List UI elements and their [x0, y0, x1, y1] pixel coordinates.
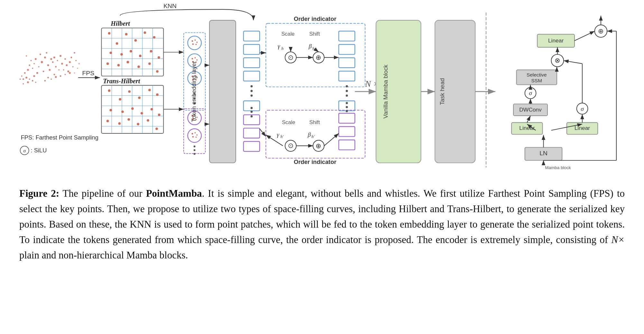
- svg-point-15: [60, 55, 61, 57]
- svg-point-109: [151, 108, 153, 111]
- svg-point-111: [106, 120, 109, 122]
- svg-point-114: [137, 123, 139, 125]
- order-indicator-top-label: Order indicator: [294, 15, 336, 22]
- diagram-area: FPS KNN: [0, 0, 644, 180]
- svg-point-107: [131, 107, 134, 110]
- svg-point-152: [196, 137, 197, 138]
- svg-rect-182: [339, 44, 355, 54]
- shift-bot-label: Shift: [309, 119, 320, 125]
- svg-point-155: [194, 153, 196, 155]
- svg-point-119: [188, 36, 201, 50]
- svg-point-44: [25, 77, 27, 79]
- svg-point-147: [188, 129, 201, 142]
- svg-point-113: [127, 118, 130, 121]
- svg-point-124: [196, 44, 197, 45]
- svg-point-26: [31, 60, 32, 61]
- svg-point-77: [120, 53, 123, 56]
- svg-point-104: [156, 94, 159, 96]
- svg-rect-183: [339, 58, 355, 68]
- svg-point-203: [346, 106, 348, 108]
- svg-text:h′: h′: [311, 134, 315, 139]
- fps-full-label: FPS: Farthest Point Sampling: [21, 134, 98, 141]
- svg-point-127: [195, 57, 196, 59]
- svg-point-100: [119, 98, 121, 101]
- sigma1-label: σ: [529, 90, 532, 96]
- svg-point-53: [51, 78, 52, 80]
- svg-point-47: [29, 78, 30, 80]
- page: FPS KNN: [0, 0, 644, 334]
- svg-point-36: [65, 74, 66, 75]
- svg-point-101: [128, 90, 131, 93]
- svg-point-52: [47, 77, 49, 78]
- linear-bot-right-label: Linear: [575, 125, 590, 131]
- caption-text-part1: The pipeline of our: [59, 188, 146, 199]
- trans-hilbert-label: Trans-Hilbert: [103, 77, 141, 85]
- svg-point-22: [66, 64, 68, 66]
- svg-point-38: [60, 75, 61, 77]
- svg-text:h′: h′: [281, 134, 284, 139]
- svg-point-76: [109, 51, 112, 54]
- svg-point-75: [153, 36, 155, 39]
- svg-point-74: [144, 32, 146, 34]
- svg-rect-161: [244, 58, 260, 68]
- svg-point-87: [156, 70, 159, 73]
- svg-point-11: [53, 57, 55, 59]
- svg-rect-199: [339, 113, 355, 123]
- token-embedding-label: Token embedding layer: [191, 61, 198, 122]
- svg-point-154: [194, 149, 196, 151]
- svg-point-120: [192, 40, 193, 42]
- fps-label: FPS: [82, 70, 94, 77]
- svg-point-170: [251, 115, 253, 118]
- svg-point-17: [36, 72, 38, 74]
- svg-point-102: [138, 96, 141, 99]
- svg-point-20: [58, 69, 60, 70]
- svg-point-116: [155, 128, 158, 130]
- svg-point-2: [40, 54, 41, 55]
- svg-point-108: [141, 112, 143, 114]
- svg-point-82: [106, 62, 109, 65]
- svg-point-126: [192, 58, 193, 59]
- ln-label: LN: [539, 150, 547, 157]
- svg-point-73: [134, 39, 137, 42]
- dwconv-label: DWConv: [519, 106, 542, 113]
- svg-point-122: [196, 42, 198, 43]
- mamba-block-label: Mamba block: [545, 165, 571, 170]
- svg-point-6: [46, 52, 47, 54]
- svg-point-49: [35, 82, 36, 83]
- svg-point-28: [70, 57, 72, 58]
- svg-point-54: [55, 76, 57, 78]
- scale-top-label: Scale: [281, 31, 295, 37]
- svg-point-3: [44, 57, 46, 59]
- svg-rect-160: [244, 44, 260, 54]
- svg-point-79: [139, 55, 142, 57]
- svg-point-186: [346, 90, 348, 92]
- svg-point-187: [346, 95, 348, 97]
- gamma-h-subscript: h: [281, 46, 284, 51]
- svg-point-42: [24, 72, 26, 74]
- svg-rect-166: [244, 101, 260, 111]
- svg-point-185: [346, 85, 348, 87]
- svg-point-70: [108, 32, 111, 35]
- knn-label: KNN: [163, 3, 177, 9]
- svg-point-123: [192, 43, 194, 45]
- figure-label: Figure 2:: [19, 188, 59, 199]
- svg-point-32: [74, 52, 75, 54]
- svg-point-27: [27, 69, 29, 71]
- svg-text:⊕: ⊕: [316, 54, 321, 61]
- svg-text:⊕: ⊕: [316, 142, 321, 149]
- svg-rect-181: [339, 31, 355, 41]
- beta-h-subscript: h: [312, 46, 315, 51]
- svg-point-204: [346, 102, 348, 104]
- svg-point-153: [194, 146, 196, 148]
- svg-point-33: [75, 60, 77, 61]
- svg-point-128: [196, 59, 198, 61]
- svg-point-151: [192, 136, 194, 138]
- svg-point-99: [108, 89, 111, 92]
- svg-point-43: [21, 76, 23, 77]
- svg-rect-159: [244, 31, 260, 41]
- svg-point-165: [251, 95, 253, 97]
- svg-point-150: [196, 134, 198, 136]
- svg-point-18: [55, 66, 57, 68]
- svg-point-14: [43, 71, 44, 72]
- svg-point-85: [137, 66, 140, 68]
